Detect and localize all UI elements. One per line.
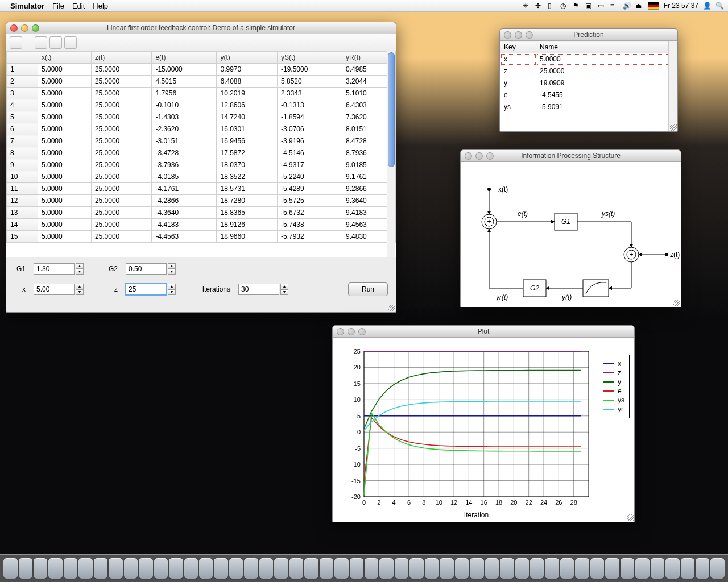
resize-handle-icon[interactable] <box>673 300 680 306</box>
minimize-icon[interactable] <box>21 24 28 32</box>
close-icon[interactable] <box>337 328 344 335</box>
data-table[interactable]: x(t)z(t)e(t)y(t)yS(t)yR(t)15.000025.0000… <box>6 51 396 257</box>
dock-app-icon[interactable] <box>410 558 423 579</box>
dock-app-icon[interactable] <box>64 558 77 579</box>
run-button[interactable]: Run <box>348 282 388 296</box>
minimize-icon[interactable] <box>475 152 483 160</box>
stepper-up-icon[interactable]: ▲ <box>280 284 288 289</box>
dock-app-icon[interactable] <box>350 558 363 579</box>
dock-app-icon[interactable] <box>485 558 499 579</box>
dock-app-icon[interactable] <box>455 558 469 579</box>
table-row[interactable]: y19.0909 <box>500 77 677 89</box>
titlebar[interactable]: Linear first order feedback control: Dem… <box>6 22 396 34</box>
status-icon[interactable]: ▯ <box>548 2 556 10</box>
dock-app-icon[interactable] <box>3 558 17 579</box>
g2-input[interactable] <box>126 263 167 275</box>
table-row[interactable]: 75.000025.0000-3.015116.9456-3.91968.472… <box>7 135 396 147</box>
column-header[interactable]: Key <box>500 41 536 53</box>
dock-app-icon[interactable] <box>395 558 408 579</box>
dock-app-icon[interactable] <box>199 558 213 579</box>
table-row[interactable]: 105.000025.0000-4.018518.3522-5.22409.17… <box>7 171 396 183</box>
dock-app-icon[interactable] <box>545 558 559 579</box>
minimize-icon[interactable] <box>348 328 355 335</box>
column-header[interactable]: yS(t) <box>278 52 342 64</box>
dock-app-icon[interactable] <box>184 558 198 579</box>
column-header[interactable]: e(t) <box>152 52 217 64</box>
table-row[interactable]: 35.000025.00001.795610.20192.33435.1010 <box>7 88 396 99</box>
dock-app-icon[interactable] <box>681 558 694 579</box>
stepper-up-icon[interactable]: ▲ <box>76 263 84 269</box>
user-icon[interactable]: 👤 <box>703 2 711 10</box>
stepper-up-icon[interactable]: ▲ <box>168 284 176 289</box>
table-row[interactable]: ys-5.9091 <box>500 101 677 113</box>
stepper-down-icon[interactable]: ▼ <box>76 289 84 295</box>
dock-app-icon[interactable] <box>48 558 62 579</box>
table-row[interactable]: 155.000025.0000-4.456318.9660-5.79329.48… <box>7 231 396 243</box>
dock-app-icon[interactable] <box>244 558 258 579</box>
table-row[interactable]: e-4.5455 <box>500 89 677 101</box>
resize-handle-icon[interactable] <box>627 514 634 521</box>
column-header[interactable]: y(t) <box>217 52 278 64</box>
table-row[interactable]: 25.000025.00004.50156.40885.85203.2044 <box>7 76 396 88</box>
minimize-icon[interactable] <box>515 31 522 39</box>
stepper-down-icon[interactable]: ▼ <box>280 289 288 295</box>
close-icon[interactable] <box>10 24 18 32</box>
dock-app-icon[interactable] <box>440 558 453 579</box>
dock-app-icon[interactable] <box>500 558 514 579</box>
status-icon[interactable]: ⚑ <box>573 2 581 10</box>
dock-app-icon[interactable] <box>34 558 47 579</box>
dock-app-icon[interactable] <box>229 558 243 579</box>
column-header[interactable]: z(t) <box>91 52 152 64</box>
new-icon[interactable] <box>10 36 22 49</box>
g1-input[interactable] <box>34 263 75 275</box>
column-header[interactable]: x(t) <box>38 52 92 64</box>
table-row[interactable]: 85.000025.0000-3.472817.5872-4.51468.793… <box>7 147 396 159</box>
scrollbar[interactable] <box>387 51 395 257</box>
menubar-clock[interactable]: Fr 23 57 37 <box>664 2 698 10</box>
dock-app-icon[interactable] <box>139 558 152 579</box>
dock-app-icon[interactable] <box>365 558 378 579</box>
dock-app-icon[interactable] <box>575 558 589 579</box>
dock-app-icon[interactable] <box>124 558 138 579</box>
dock-app-icon[interactable] <box>304 558 318 579</box>
app-name[interactable]: Simulator <box>10 2 44 10</box>
z-input[interactable] <box>126 284 167 295</box>
iterations-input[interactable] <box>238 284 279 295</box>
status-icon[interactable]: ✣ <box>535 2 543 10</box>
dock-app-icon[interactable] <box>590 558 604 579</box>
menu-file[interactable]: File <box>52 2 64 10</box>
dock-app-icon[interactable] <box>379 558 393 579</box>
dock-app-icon[interactable] <box>109 558 122 579</box>
dock-app-icon[interactable] <box>530 558 544 579</box>
dock-app-icon[interactable] <box>94 558 107 579</box>
document-icon[interactable] <box>64 36 77 49</box>
volume-icon[interactable]: 🔊 <box>623 2 631 10</box>
zoom-icon[interactable] <box>526 31 533 39</box>
titlebar[interactable]: Prediction <box>500 29 677 41</box>
table-row[interactable]: 55.000025.0000-1.430314.7240-1.85947.362… <box>7 111 396 123</box>
table-row[interactable]: 135.000025.0000-4.364018.8365-5.67329.41… <box>7 207 396 219</box>
eject-icon[interactable]: ⏏ <box>635 2 643 10</box>
dock-app-icon[interactable] <box>169 558 183 579</box>
dock-app-icon[interactable] <box>605 558 619 579</box>
menu-edit[interactable]: Edit <box>72 2 85 10</box>
dock[interactable] <box>0 554 728 582</box>
x-input[interactable] <box>34 284 75 295</box>
zoom-icon[interactable] <box>32 24 39 32</box>
dock-app-icon[interactable] <box>635 558 649 579</box>
dock-app-icon[interactable] <box>289 558 303 579</box>
dock-app-icon[interactable] <box>651 558 664 579</box>
dock-app-icon[interactable] <box>710 558 724 579</box>
prediction-table[interactable]: KeyNamex5.0000z25.0000y19.0909e-4.5455ys… <box>500 41 677 113</box>
spotlight-icon[interactable]: 🔍 <box>715 2 723 10</box>
titlebar[interactable]: Information Processing Structure <box>461 150 681 162</box>
flag-icon[interactable] <box>648 2 659 10</box>
dock-app-icon[interactable] <box>560 558 574 579</box>
zoom-icon[interactable] <box>486 152 494 160</box>
resize-handle-icon[interactable] <box>388 305 395 311</box>
table-row[interactable]: 65.000025.0000-2.362016.0301-3.07068.015… <box>7 123 396 135</box>
dock-app-icon[interactable] <box>470 558 483 579</box>
table-row[interactable]: 95.000025.0000-3.793618.0370-4.93179.018… <box>7 159 396 171</box>
clock-icon[interactable]: ◷ <box>560 2 568 10</box>
dock-app-icon[interactable] <box>154 558 168 579</box>
